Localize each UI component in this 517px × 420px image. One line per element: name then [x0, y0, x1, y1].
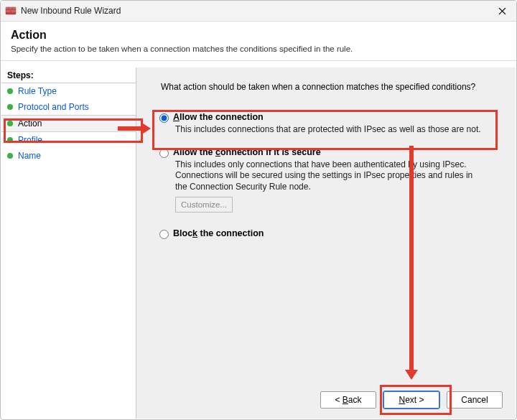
bullet-icon [7, 104, 13, 110]
steps-list: Rule Type Protocol and Ports Action Prof… [1, 83, 136, 164]
bullet-icon [7, 88, 13, 94]
wizard-window: New Inbound Rule Wizard Action Specify t… [0, 0, 517, 420]
sidebar-item-name[interactable]: Name [1, 148, 136, 164]
steps-sidebar: Steps: Rule Type Protocol and Ports Acti… [1, 67, 136, 419]
next-button[interactable]: Next > [383, 391, 439, 409]
bullet-icon [7, 121, 13, 126]
option-allow-title: Allow the connection [173, 112, 264, 122]
sidebar-item-profile[interactable]: Profile [1, 132, 136, 148]
close-button[interactable] [492, 4, 512, 18]
option-allow: Allow the connection This includes conne… [157, 108, 498, 141]
close-icon [498, 7, 506, 15]
titlebar: New Inbound Rule Wizard [1, 1, 516, 22]
sidebar-item-action[interactable]: Action [1, 115, 136, 132]
sidebar-item-protocol-ports[interactable]: Protocol and Ports [1, 99, 136, 115]
back-button[interactable]: < Back [320, 391, 376, 409]
radio-allow[interactable] [159, 113, 169, 123]
sidebar-item-label: Action [18, 118, 42, 129]
button-bar: < Back Next > Cancel [320, 391, 503, 409]
option-block: Block the connection [157, 224, 498, 245]
svg-rect-1 [6, 7, 16, 9]
option-allow-secure-desc: This includes only connections that have… [175, 159, 484, 193]
radio-block[interactable] [159, 230, 169, 239]
page-title: Action [11, 29, 506, 42]
bullet-icon [7, 137, 13, 143]
wizard-body: Steps: Rule Type Protocol and Ports Acti… [1, 67, 516, 419]
window-title: New Inbound Rule Wizard [21, 6, 492, 16]
option-allow-secure: Allow the connection if it is secure Thi… [157, 147, 498, 219]
customize-button: Customize... [175, 197, 233, 213]
sidebar-item-label: Name [18, 151, 41, 161]
sidebar-item-label: Protocol and Ports [18, 102, 89, 112]
sidebar-item-rule-type[interactable]: Rule Type [1, 83, 136, 99]
radio-allow-secure[interactable] [159, 149, 169, 158]
page-header: Action Specify the action to be taken wh… [1, 22, 516, 61]
firewall-icon [5, 5, 17, 17]
cancel-button[interactable]: Cancel [447, 391, 503, 409]
main-panel: What action should be taken when a conne… [136, 67, 516, 419]
page-subtitle: Specify the action to be taken when a co… [11, 45, 506, 53]
sidebar-item-label: Rule Type [18, 86, 57, 96]
steps-header: Steps: [1, 67, 136, 83]
action-prompt: What action should be taken when a conne… [161, 82, 498, 92]
bullet-icon [7, 153, 13, 159]
option-block-title: Block the connection [173, 228, 264, 238]
option-allow-secure-title: Allow the connection if it is secure [173, 147, 321, 157]
sidebar-item-label: Profile [18, 135, 42, 145]
option-allow-desc: This includes connections that are prote… [175, 124, 484, 136]
